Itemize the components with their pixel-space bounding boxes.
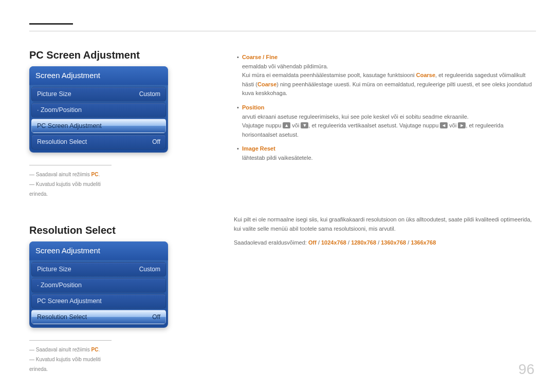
menu-item-pc-screen-adjustment[interactable]: PC Screen Adjustment	[31, 294, 166, 308]
footnotes-2: Saadaval ainult režiimis PC. Kuvatud kuj…	[29, 340, 112, 374]
menu-panel-2: Screen Adjustment Picture Size Custom Zo…	[29, 241, 168, 328]
header-thick-rule	[29, 23, 73, 25]
menu-item-label: Resolution Select	[37, 138, 87, 145]
menu-item-label: Resolution Select	[37, 313, 87, 321]
paragraph: Kui pilt ei ole normaalne isegi siis, ku…	[234, 215, 532, 233]
right-arrow-icon: ►	[458, 122, 466, 128]
footnote: Saadaval ainult režiimis PC.	[29, 345, 112, 354]
section-pc-screen-adjustment: PC Screen Adjustment Screen Adjustment P…	[29, 49, 178, 199]
paragraph-resolutions: Saadaolevad eraldusvõimed: Off / 1024x76…	[234, 238, 532, 248]
bullet-dot: •	[234, 103, 242, 139]
bullet-text: lähtestab pildi vaikesätetele.	[242, 154, 532, 163]
footnotes-1: Saadaval ainult režiimis PC. Kuvatud kuj…	[29, 165, 112, 199]
bullet-text: Kui müra ei eemaldata peenhäälestamise p…	[242, 71, 532, 98]
menu-item-zoom-position[interactable]: Zoom/Position	[31, 103, 166, 117]
footnote: Kuvatud kujutis võib mudeliti erineda.	[29, 354, 112, 374]
menu-item-value: Custom	[139, 90, 160, 98]
bullet-text: arvuti ekraani asetuse reguleerimiseks, …	[242, 113, 532, 122]
menu-item-label: PC Screen Adjustment	[37, 297, 102, 305]
menu-item-value: Off	[152, 138, 160, 145]
menu-item-resolution-select[interactable]: Resolution Select Off	[31, 135, 166, 149]
header-rule	[29, 31, 536, 31]
right-column-2: Kui pilt ei ole normaalne isegi siis, ku…	[234, 215, 532, 253]
menu-item-pc-screen-adjustment[interactable]: PC Screen Adjustment	[31, 119, 166, 133]
section-resolution-select: Resolution Select Screen Adjustment Pict…	[29, 225, 178, 374]
menu-title: Screen Adjustment	[29, 241, 168, 260]
bullet-text: Vajutage nuppu ▲ või ▼, et reguleerida v…	[242, 121, 532, 139]
bullet-position: • Position arvuti ekraani asetuse regule…	[234, 103, 532, 139]
right-column-1: • Coarse / Fine eemaldab või vähendab pi…	[234, 53, 532, 168]
menu-item-resolution-select[interactable]: Resolution Select Off	[31, 310, 166, 324]
menu-item-picture-size[interactable]: Picture Size Custom	[31, 262, 166, 276]
section-title: Resolution Select	[29, 225, 178, 236]
menu-item-value: Custom	[139, 266, 160, 273]
footnote: Kuvatud kujutis võib mudeliti erineda.	[29, 179, 112, 199]
menu-panel-1: Screen Adjustment Picture Size Custom Zo…	[29, 66, 168, 153]
up-arrow-icon: ▲	[283, 122, 290, 128]
footnote: Saadaval ainult režiimis PC.	[29, 170, 112, 179]
bullet-text: eemaldab või vähendab pildimüra.	[242, 62, 532, 71]
menu-item-label: Picture Size	[37, 266, 71, 273]
bullet-dot: •	[234, 53, 242, 98]
menu-item-value: Off	[152, 313, 160, 321]
menu-item-label: PC Screen Adjustment	[37, 122, 102, 129]
bullet-dot: •	[234, 144, 242, 162]
menu-item-label: Zoom/Position	[37, 106, 82, 114]
down-arrow-icon: ▼	[301, 122, 308, 128]
bullet-title: Coarse / Fine	[242, 54, 278, 60]
bullet-image-reset: • Image Reset lähtestab pildi vaikesätet…	[234, 144, 532, 162]
menu-item-label: Zoom/Position	[37, 282, 82, 289]
menu-item-picture-size[interactable]: Picture Size Custom	[31, 87, 166, 101]
menu-item-label: Picture Size	[37, 90, 71, 98]
bullet-title: Image Reset	[242, 145, 275, 152]
menu-title: Screen Adjustment	[29, 66, 168, 85]
left-column: PC Screen Adjustment Screen Adjustment P…	[29, 49, 178, 374]
section-title: PC Screen Adjustment	[29, 49, 178, 61]
bullet-coarse-fine: • Coarse / Fine eemaldab või vähendab pi…	[234, 53, 532, 98]
bullet-title: Position	[242, 104, 264, 110]
page-number: 96	[519, 361, 534, 378]
menu-item-zoom-position[interactable]: Zoom/Position	[31, 278, 166, 292]
left-arrow-icon: ◄	[440, 122, 448, 128]
